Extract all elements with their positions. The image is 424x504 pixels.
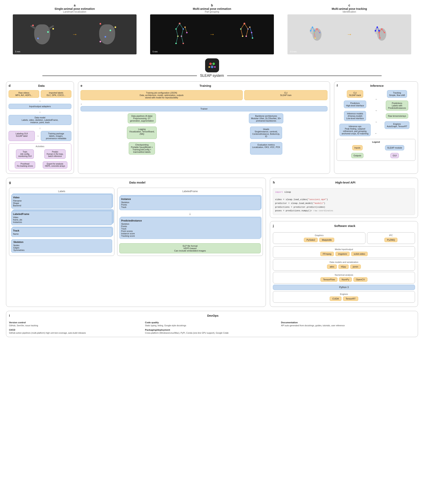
section-d: d Data Raw videosMP4, AVI, HDF5... Impor… [6,81,74,174]
io-adapters-box: Input/output adapters [9,104,71,109]
activities-grid: TrainJob config,monitoring GUI PredictHu… [10,149,69,169]
code-sleap: sleap [284,191,291,193]
section-f: f Inference CLISLEAP track PredictorsHig… [334,81,418,174]
train-box: TrainJob config,monitoring GUI [16,149,34,159]
track-front: Track Name [11,228,112,237]
section-i-label: i [9,314,10,317]
sleap-line: SLEAP system [42,74,382,78]
track-stack: Track Name [11,228,112,237]
panel-b-label: b [211,4,213,7]
logging-box: LoggingVisualization, TensorBoard,ZMQ [127,127,157,139]
panel-c-title: Multi-animal pose tracking [332,7,367,10]
attrs-item: attrs [327,264,337,269]
arrow-f1: → [375,98,377,101]
cicd-text: GitHub action pipelines (multi-platform)… [9,332,143,334]
panel-a-image: → 5 mm [13,14,136,54]
proofread-box: ProofreadFix tracking errors [15,161,35,168]
cq-title: Code quality [145,321,279,324]
pi-fields: SkeletonPointsTrackPoint scoresInstance … [121,223,259,237]
doc-title: Documentation [281,321,415,324]
svg-line-24 [246,29,248,36]
panel-a-title: Single-animal pose estimation [55,7,95,10]
section-f-title: Inference [338,84,415,87]
code-video: video = sleap.load_video( [275,198,308,201]
predictions-box: PredictionsLabels withPredictedInstances [386,100,408,111]
section-i: i DevOps Version control GitHub, SemVer,… [6,311,418,337]
tracking-box: TrackingSimple, flow shift [387,90,407,98]
arrow-right1: → [36,130,39,142]
right-col-hj: h High-level API import sleap video = sl… [270,178,418,307]
code-import-keyword: import [275,191,284,193]
raw-videos-box: Raw videosMP4, AVI, HDF5... [9,90,39,98]
pi-front: PredictedInstance SkeletonPointsTrackPoi… [119,218,261,239]
devops-packaging: Packaging/deployment Cross-platform (Win… [145,329,415,334]
panel-c-label: c [349,4,350,7]
inf-models-box: Inference models(tf.keras.model)Low-leve… [344,111,366,121]
data-models-title: Data models and serialization [275,261,413,263]
code-predictor: predictor = sleap.load_model( [275,202,313,205]
panel-b-image: → 5 mm [150,14,274,54]
panel-a-label: a [74,4,75,7]
section-j-label: j [273,224,274,228]
ipc-items: PyZMQ [369,238,413,242]
svg-line-9 [176,29,178,36]
data-flow: Raw videosMP4, AVI, HDF5... Imported lab… [9,89,71,171]
panel-c: c Multi-animal pose tracking Identificat… [287,4,411,54]
section-d-title: Data [11,84,71,87]
engines-title: Engines [275,293,413,295]
export-box: Export for analysisHDF5, concrete arrays [43,161,67,168]
imgstore-item: imgstore [336,252,349,256]
tensorflow-item: TensorFlow [320,277,337,282]
pi-card: PredictedInstance SkeletonPointsTrackPoi… [119,218,261,239]
labeled-frame-title: LabeledFrame [119,190,261,193]
section-j: j Software stack Graphics PySide2 Matplo… [270,221,418,307]
code-model-name: "model1" [313,202,324,205]
graphics-title: Graphics [275,234,364,236]
section-e-label: e [81,84,82,87]
arrow-f3: → [375,120,377,124]
video-stack: Video FilenameShapeBackend [11,194,112,209]
code-predictions: predictions = predictor.predict(video) [275,206,325,208]
svg-line-8 [180,24,183,29]
skeleton-box: Skeleton NodesEdgesSymmetries [11,239,112,253]
section-e: e Training Training job configuration (J… [78,81,330,174]
training-pkg-box: Training packagelabels, images,provenanc… [41,131,71,141]
code-poses: poses = predictions.numpy() [275,210,311,212]
section-i-title: DevOps [11,314,415,317]
instance-col: Instance SkeletonPointsTrack ↓ Pred [119,194,261,241]
devops-documentation: Documentation API auto-generated from do… [281,321,415,327]
cicd-title: CI/CD [9,329,143,331]
data-model-inner: Labels Video FilenameShapeBackend Label [9,188,263,256]
section-h: h High-level API import sleap video = sl… [270,178,418,218]
graphics-row: Graphics PySide2 Matplotlib [273,232,365,244]
svg-line-28 [250,27,252,33]
legend-sleap: SLEAP module [385,145,404,150]
pyside2-item: PySide2 [304,238,318,242]
legend-gui: GUI [390,153,399,158]
svg-line-10 [181,29,183,36]
devops-code-quality: Code quality Static typing, linting, Goo… [145,321,279,327]
instance-title: Instance [121,198,259,200]
predictors-box: PredictorsHigh-level interface [344,100,366,108]
scikit-video-item: scikit-video [351,252,368,256]
sleap-title: SLEAP system [200,74,224,78]
scale-bar-b: 5 mm [153,50,157,53]
video-front: Video FilenameShapeBackend [11,194,112,209]
section-g: g Data model Labels Video FilenameShapeB… [6,178,266,307]
scale-bar-a: 5 mm [15,50,20,53]
arrow1: ↓ [39,99,41,102]
section-d-label: d [9,84,11,87]
instance-card: Instance SkeletonPointsTrack [119,196,261,210]
numerical-row: Numerical analysis TensorFlow NumPy Open… [273,272,415,284]
activities-section: Activities TrainJob config,monitoring GU… [9,142,71,171]
instance-fields: SkeletonPointsTrack [121,201,259,208]
section-h-label: h [273,181,275,184]
inf-arrows: → → → ← [375,89,377,137]
data-inputs: Raw videosMP4, AVI, HDF5... Imported lab… [9,89,71,99]
doc-text: API auto-generated from docstrings, guid… [281,324,415,327]
arrow3: ↓ [39,126,41,130]
svg-line-7 [176,24,180,29]
python3-row: Python 3 [273,285,415,290]
backbone-box: Backbone architecturesModular UNet, DLCR… [249,113,283,123]
track-name: Name [13,233,110,235]
